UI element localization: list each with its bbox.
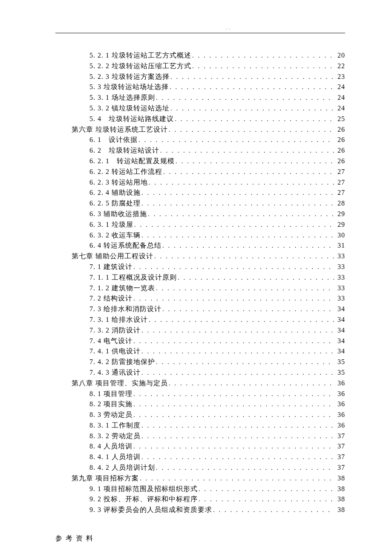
toc-entry-label: 9. 1 项目招标范围及招标组织形式 <box>89 484 198 494</box>
toc-entry-page: 36 <box>335 420 345 431</box>
page-header-marker: . . <box>55 26 345 30</box>
toc-entry-page: 20 <box>335 50 345 61</box>
toc-entry-page: 29 <box>335 209 345 220</box>
toc-leader-dots <box>162 304 334 311</box>
toc-entry-label: 7. 2 结构设计 <box>89 293 133 304</box>
toc-entry-page: 34 <box>335 325 345 336</box>
toc-entry-page: 26 <box>335 145 345 156</box>
toc-leader-dots <box>141 199 334 205</box>
toc-entry-label: 9. 3 评标委员会的人员组成和资质要求 <box>89 505 212 515</box>
toc-entry-page: 27 <box>335 167 345 177</box>
toc-entry: 第七章 辅助公用工程设计33 <box>72 251 345 262</box>
toc-entry: 7. 3 给排水和消防设计34 <box>89 304 345 315</box>
toc-entry-label: 7. 4. 1 供电设计 <box>89 346 141 357</box>
toc-leader-dots <box>149 315 334 322</box>
toc-leader-dots <box>156 463 334 470</box>
toc-leader-dots <box>148 209 334 216</box>
toc-entry-page: 33 <box>335 251 345 262</box>
toc-leader-dots <box>199 494 334 501</box>
toc-entry: 8. 2 项目实施36 <box>89 399 345 410</box>
table-of-contents: 5. 2. 1 垃圾转运站工艺方式概述205. 2. 2 垃圾转运站压缩工艺方式… <box>55 50 345 515</box>
toc-entry-page: 34 <box>335 304 345 315</box>
toc-entry-page: 33 <box>335 272 345 283</box>
document-page: . . 5. 2. 1 垃圾转运站工艺方式概述205. 2. 2 垃圾转运站压缩… <box>0 0 392 515</box>
toc-entry-page: 28 <box>335 198 345 209</box>
toc-leader-dots <box>133 262 334 269</box>
toc-entry: 7. 3. 1 给排水设计34 <box>89 315 345 325</box>
toc-entry-label: 第九章 项目招标方案 <box>72 473 139 484</box>
toc-leader-dots <box>140 474 334 480</box>
toc-leader-dots <box>138 135 334 142</box>
toc-entry: 7. 4 电气设计34 <box>89 336 345 347</box>
toc-entry-page: 30 <box>335 230 345 241</box>
toc-entry-page: 29 <box>335 220 345 230</box>
toc-entry-page: 24 <box>335 103 345 114</box>
toc-entry: 8. 3. 2 劳动定员37 <box>89 431 345 442</box>
toc-leader-dots <box>169 125 334 132</box>
toc-entry: 5. 4 垃圾转运站路线建议25 <box>89 114 345 124</box>
toc-entry-page: 38 <box>335 505 345 515</box>
toc-entry-page: 22 <box>335 61 345 72</box>
toc-entry-label: 6. 2 垃圾转运站设计 <box>89 145 159 156</box>
toc-leader-dots <box>162 241 334 248</box>
toc-entry-label: 7. 3. 1 给排水设计 <box>89 315 148 325</box>
toc-entry-label: 8. 4. 2 人员培训计划 <box>89 462 155 473</box>
toc-entry-page: 37 <box>335 452 345 462</box>
toc-leader-dots <box>192 61 334 68</box>
toc-leader-dots <box>213 505 334 512</box>
toc-entry-label: 8. 3. 2 劳动定员 <box>89 431 141 442</box>
toc-entry-label: 6. 2. 2 转运站工作流程 <box>89 167 162 177</box>
toc-entry-label: 7. 1. 1 工程概况及设计原则 <box>89 272 177 283</box>
toc-entry: 6. 3. 1 垃圾屋29 <box>89 220 345 230</box>
toc-leader-dots <box>192 51 334 58</box>
toc-leader-dots <box>149 178 334 185</box>
toc-entry-label: 5. 3. 1 场址选择原则 <box>89 92 155 103</box>
toc-entry-page: 37 <box>335 441 345 452</box>
toc-entry-page: 31 <box>335 240 345 251</box>
toc-entry: 5. 3. 1 场址选择原则24 <box>89 92 345 103</box>
toc-entry: 5. 3. 2 镇垃圾转运站选址24 <box>89 103 345 114</box>
toc-entry-label: 5. 2. 3 垃圾转运方案选择 <box>89 72 170 82</box>
toc-entry: 7. 3. 2 消防设计34 <box>89 325 345 336</box>
toc-leader-dots <box>160 146 334 153</box>
toc-leader-dots <box>133 294 334 301</box>
toc-entry-page: 34 <box>335 336 345 347</box>
toc-entry: 7. 1. 1 工程概况及设计原则33 <box>89 272 345 283</box>
toc-leader-dots <box>156 283 334 290</box>
toc-entry-page: 38 <box>335 494 345 505</box>
toc-entry-label: 5. 2. 2 垃圾转运站压缩工艺方式 <box>89 61 191 72</box>
toc-leader-dots <box>176 156 334 163</box>
toc-leader-dots <box>141 326 334 332</box>
toc-entry: 6. 2. 4 辅助设施27 <box>89 188 345 198</box>
toc-leader-dots <box>163 167 334 174</box>
toc-entry-page: 26 <box>335 156 345 167</box>
toc-entry: 9. 1 项目招标范围及招标组织形式38 <box>89 484 345 494</box>
toc-entry-page: 23 <box>335 72 345 82</box>
toc-entry: 5. 3 垃圾转运站场址选择24 <box>89 82 345 92</box>
toc-leader-dots <box>133 399 334 406</box>
toc-entry: 6. 1 设计依据26 <box>89 135 345 145</box>
toc-entry-label: 8. 3. 1 工作制度 <box>89 420 141 431</box>
toc-entry: 5. 2. 2 垃圾转运站压缩工艺方式22 <box>89 61 345 72</box>
toc-entry: 6. 3 辅助收运措施29 <box>89 209 345 220</box>
toc-entry-page: 35 <box>335 357 345 367</box>
toc-entry-page: 36 <box>335 389 345 399</box>
toc-entry-label: 7. 3 给排水和消防设计 <box>89 304 161 315</box>
toc-entry: 7. 4. 3 通讯设计35 <box>89 367 345 378</box>
toc-entry-label: 6. 1 设计依据 <box>89 135 138 145</box>
toc-leader-dots <box>141 231 334 237</box>
toc-entry-page: 26 <box>335 135 345 145</box>
toc-entry-page: 25 <box>335 114 345 124</box>
toc-leader-dots <box>156 357 334 364</box>
toc-entry-label: 5. 2. 1 垃圾转运站工艺方式概述 <box>89 50 191 61</box>
toc-entry-label: 7. 1 建筑设计 <box>89 262 133 272</box>
toc-entry: 8. 4 人员培训37 <box>89 441 345 452</box>
toc-entry: 8. 4. 1 人员培训37 <box>89 452 345 462</box>
toc-entry-label: 6. 2. 3 转运站用地 <box>89 177 148 188</box>
toc-entry-page: 36 <box>335 399 345 410</box>
toc-leader-dots <box>141 431 334 438</box>
toc-leader-dots <box>133 442 334 448</box>
toc-entry: 第六章 垃圾转运系统工艺设计26 <box>72 124 345 135</box>
toc-entry-page: 27 <box>335 188 345 198</box>
toc-entry: 6. 2. 3 转运站用地27 <box>89 177 345 188</box>
